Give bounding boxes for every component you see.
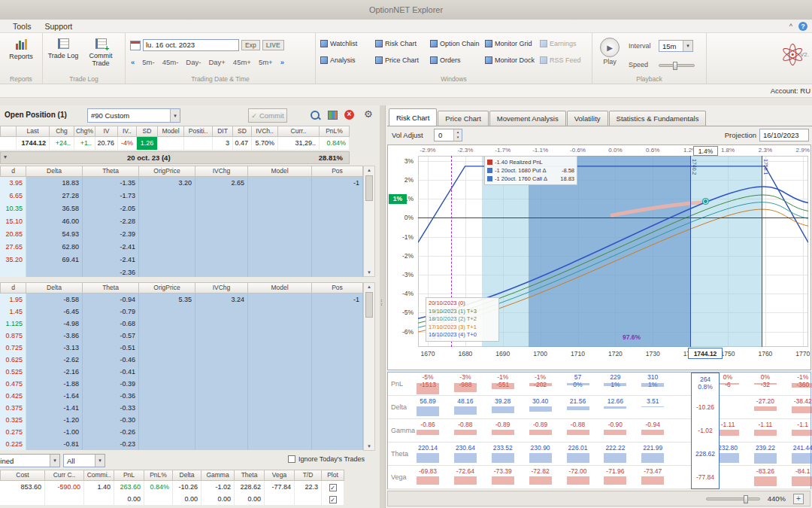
trading-date-input[interactable]: lu. 16 oct. 2023	[143, 39, 239, 51]
windows-item-earnings[interactable]: Earnings	[540, 40, 592, 47]
scroll-up-icon[interactable]: ▲	[364, 284, 374, 289]
vol-adjust-spinner[interactable]: 0▴▾	[434, 129, 462, 141]
titlebar[interactable]: OptionNET Explorer	[0, 0, 812, 20]
puts-header-3[interactable]: OrigPrice	[139, 282, 195, 294]
call-row[interactable]: 35.20 69.41 -2.41	[0, 254, 363, 266]
tab-price-chart[interactable]: Price Chart	[438, 111, 489, 126]
strategy-select[interactable]: #90 Custom▾	[87, 108, 180, 123]
summary-header-5[interactable]: IV..	[118, 126, 137, 137]
summary-header-11[interactable]: IVCh..	[252, 126, 278, 137]
totals-header-9[interactable]: T/D	[295, 470, 322, 481]
play-button[interactable]: ▶ Play	[595, 38, 624, 65]
scroll-down-icon[interactable]: ▼	[364, 444, 374, 449]
scroll-thumb[interactable]	[365, 175, 373, 201]
put-row[interactable]: 0.875 -3.86 -0.57	[0, 330, 363, 342]
trade-log-button[interactable]: Trade Log	[46, 38, 80, 59]
tab-movement-analysis[interactable]: Movement Analysis	[489, 111, 566, 126]
put-row[interactable]: 0.225 -0.81 -0.23	[0, 438, 363, 450]
help-icon[interactable]: ?	[798, 22, 807, 31]
time-nav-45m-forward[interactable]: 45m+	[231, 57, 253, 67]
live-toggle[interactable]: LIVE	[262, 40, 284, 50]
search-icon[interactable]	[310, 110, 321, 121]
speed-slider[interactable]	[659, 64, 695, 67]
windows-item-monitor-dock[interactable]: Monitor Dock	[485, 56, 537, 64]
call-row[interactable]: 10.35 36.58 -2.05	[0, 202, 363, 215]
exp-toggle[interactable]: Exp	[241, 40, 260, 50]
calls-header-6[interactable]: Pos	[312, 166, 363, 177]
commit-trade-button[interactable]: Commit Trade	[83, 38, 118, 67]
call-row[interactable]: 27.65 62.80 -2.41	[0, 241, 363, 254]
puts-scrollbar[interactable]: ▲▼	[363, 282, 375, 451]
put-row[interactable]: 0.525 -2.16 -0.41	[0, 366, 363, 378]
puts-header-6[interactable]: Pos	[312, 282, 363, 294]
call-row[interactable]: 15.10 46.00 -2.28	[0, 215, 363, 228]
puts-header-5[interactable]: Model	[248, 282, 312, 294]
totals-header-3[interactable]: PnL	[114, 470, 144, 481]
puts-header-2[interactable]: Theta	[83, 282, 139, 294]
put-row[interactable]: 0.475 -1.88 -0.39	[0, 378, 363, 390]
calls-header-2[interactable]: Theta	[83, 166, 139, 177]
tab-volatility[interactable]: Volatility	[567, 111, 608, 126]
call-row[interactable]: 3.95 18.83 -1.35 3.20 2.65 -1	[0, 177, 363, 190]
puts-header-4[interactable]: IVChg	[195, 282, 248, 294]
tab-risk-chart[interactable]: Risk Chart	[389, 108, 437, 126]
summary-header-3[interactable]: Chg%	[74, 126, 95, 137]
calls-header-0[interactable]: d	[0, 166, 26, 177]
plot-checkbox[interactable]: ✓	[329, 484, 337, 491]
totals-header-4[interactable]: PnL%	[144, 470, 173, 481]
put-row[interactable]: 1.45 -6.45 -0.79	[0, 306, 363, 318]
summary-header-13[interactable]: PnL%	[320, 126, 350, 137]
time-nav-step-forward-far[interactable]: »	[278, 57, 286, 67]
calls-header-1[interactable]: Delta	[26, 166, 83, 177]
summary-header-6[interactable]: SD	[137, 126, 158, 137]
totals-header-7[interactable]: Theta	[235, 470, 265, 481]
calls-header-5[interactable]: Model	[248, 166, 312, 177]
summary-header-8[interactable]: Positi..	[184, 126, 213, 137]
windows-item-analysis[interactable]: Analysis	[320, 56, 372, 64]
totals-header-2[interactable]: Commi..	[84, 470, 114, 481]
commit-button[interactable]: ✓Commit	[248, 108, 287, 123]
put-row[interactable]: 0.325 -1.20 -0.30	[0, 414, 363, 426]
put-row[interactable]: 0.275 -1.00 -0.26	[0, 426, 363, 438]
menu-item-support[interactable]: Support	[38, 20, 80, 33]
windows-item-orders[interactable]: Orders	[430, 56, 482, 64]
windows-item-option-chain[interactable]: Option Chain	[430, 40, 482, 47]
windows-item-price-chart[interactable]: Price Chart	[375, 56, 427, 64]
put-row[interactable]: 0.625 -2.62 -0.46	[0, 354, 363, 366]
summary-row[interactable]: 1744.12+24..+1..20.76-4%1.2630.475.70%31…	[0, 137, 350, 150]
plot-checkbox[interactable]: ✓	[329, 496, 337, 503]
interval-select[interactable]: 15m▾	[659, 40, 693, 52]
put-row[interactable]: 1.95 -8.58 -0.94 5.35 3.24 -1	[0, 294, 363, 306]
totals-header-0[interactable]: Cost	[0, 470, 45, 481]
time-nav-step-back-far[interactable]: «	[129, 57, 137, 67]
totals-header-10[interactable]: Plot	[322, 470, 344, 481]
calendar-icon[interactable]	[130, 41, 141, 50]
calls-header-3[interactable]: OrigPrice	[139, 166, 195, 177]
summary-header-10[interactable]: SD	[233, 126, 252, 137]
put-row[interactable]: 0.425 -1.64 -0.36	[0, 390, 363, 402]
call-row[interactable]: 20.85 54.93 -2.39	[0, 228, 363, 241]
zoom-fit-icon[interactable]: +	[793, 494, 804, 504]
projection-date-input[interactable]: 16/10/2023	[759, 129, 809, 141]
calls-header-4[interactable]: IVChg	[195, 166, 248, 177]
totals-row[interactable]: 853.60-590.001.40263.600.84%-10.26-1.022…	[0, 481, 344, 493]
puts-header-1[interactable]: Delta	[26, 282, 83, 294]
windows-item-rss-feed[interactable]: RSS Feed	[540, 56, 592, 64]
zoom-slider[interactable]	[706, 497, 760, 500]
totals-header-6[interactable]: Gamma	[201, 470, 235, 481]
summary-header-2[interactable]: Chg	[50, 126, 74, 137]
panel-splitter[interactable]: ⁞	[380, 105, 385, 508]
totals-header-8[interactable]: Vega	[265, 470, 295, 481]
windows-item-risk-chart[interactable]: Risk Chart	[375, 40, 427, 47]
risk-chart-plot[interactable]: -2.9%-2.3%-1.7%-1.1%-0.6%0.0%0.6%1.2%1.8…	[387, 144, 811, 370]
spinner-arrows-icon[interactable]: ▴▾	[453, 129, 462, 141]
totals-header-1[interactable]: Curr C..	[45, 470, 84, 481]
totals-header-5[interactable]: Delta	[173, 470, 201, 481]
summary-header-1[interactable]: Last	[17, 126, 50, 137]
collapse-ribbon-icon[interactable]: ^	[789, 20, 792, 33]
time-nav-5m-back[interactable]: 5m-	[140, 57, 156, 67]
time-nav-day-forward[interactable]: Day+	[206, 57, 227, 67]
put-row[interactable]: 1.125 -4.98 -0.68	[0, 318, 363, 330]
option-chain-icon[interactable]	[328, 111, 338, 120]
menu-item-tools[interactable]: Tools	[6, 20, 38, 33]
